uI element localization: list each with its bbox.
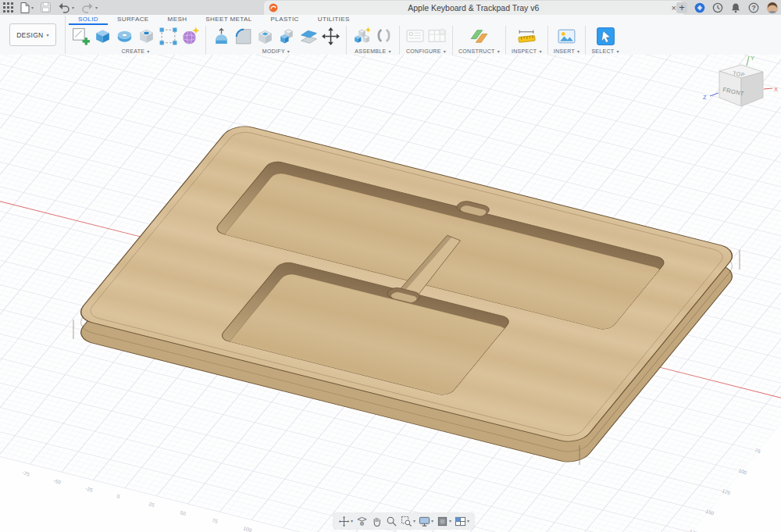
create-menu[interactable]: CREATE▾ — [122, 48, 150, 54]
svg-text:0: 0 — [116, 493, 121, 499]
tab-surface[interactable]: SURFACE — [108, 15, 159, 25]
shell-icon[interactable] — [255, 27, 275, 46]
look-at-icon — [356, 516, 368, 527]
divider — [452, 26, 453, 55]
press-pull-icon[interactable] — [212, 27, 231, 46]
inspect-menu[interactable]: INSPECT▾ — [512, 48, 542, 54]
tab-mesh[interactable]: MESH — [159, 15, 197, 25]
viewports-icon — [455, 516, 466, 527]
navigation-bar: ▾ ▾ — [333, 513, 474, 529]
svg-text:-75: -75 — [22, 470, 30, 477]
select-icon[interactable] — [596, 27, 615, 46]
group-create: CREATE▾ — [67, 25, 204, 54]
group-configure: CONFIGURE▾ — [401, 25, 451, 54]
insert-image-icon[interactable] — [557, 27, 576, 46]
pan-tool[interactable] — [370, 516, 383, 527]
group-construct: CONSTRUCT▾ — [455, 25, 504, 54]
pattern-icon[interactable] — [159, 27, 178, 46]
divider — [346, 26, 347, 55]
avatar[interactable] — [766, 2, 779, 14]
fit-icon — [401, 516, 412, 527]
ribbon: DESIGN▾ SOLID SURFACE MESH SHEET METAL P… — [0, 15, 781, 55]
z-axis-indicator — [710, 93, 719, 96]
svg-text:125: 125 — [722, 487, 732, 495]
modify-menu[interactable]: MODIFY▾ — [262, 48, 290, 54]
divider — [399, 26, 400, 55]
app-grid-icon[interactable] — [3, 2, 13, 12]
fit-tool[interactable]: ▾ — [400, 516, 416, 527]
tab-utilities[interactable]: UTILITIES — [308, 15, 359, 25]
look-at-tool[interactable] — [355, 516, 369, 527]
construct-menu[interactable]: CONSTRUCT▾ — [458, 48, 500, 54]
orbit-icon — [338, 516, 350, 527]
orbit-tool[interactable]: ▾ — [337, 516, 354, 527]
display-settings-tool[interactable]: ▾ — [418, 516, 434, 527]
combine-icon[interactable] — [277, 27, 297, 46]
select-menu[interactable]: SELECT▾ — [591, 48, 619, 54]
svg-text:75: 75 — [212, 517, 219, 524]
file-icon — [20, 2, 30, 13]
help-icon[interactable]: ? — [748, 2, 759, 13]
group-inspect: INSPECT▾ — [508, 25, 546, 54]
grid-snaps-tool[interactable]: ▾ — [436, 516, 452, 527]
notifications-icon[interactable] — [730, 2, 741, 13]
construct-plane-icon[interactable] — [469, 27, 489, 46]
measure-icon[interactable] — [517, 27, 537, 46]
fillet-icon[interactable] — [234, 27, 253, 46]
divider — [65, 16, 66, 54]
tab-plastic[interactable]: PLASTIC — [262, 15, 308, 25]
svg-text:75: 75 — [754, 447, 762, 454]
svg-text:50: 50 — [180, 509, 187, 516]
tab-solid[interactable]: SOLID — [69, 15, 108, 25]
document-tab[interactable]: Apple Keyboard & Trackpad Tray v6 × — [264, 1, 683, 15]
extensions-icon[interactable] — [694, 2, 705, 13]
fusion-document-icon — [269, 3, 278, 12]
offset-face-icon[interactable] — [299, 27, 319, 46]
extrude-icon[interactable] — [93, 27, 112, 46]
axis-z-label: Z — [703, 94, 707, 101]
redo-icon — [81, 2, 94, 13]
insert-menu[interactable]: INSERT▾ — [554, 48, 580, 54]
undo-button[interactable]: ▾ — [58, 2, 74, 13]
file-menu-button[interactable]: ▾ — [20, 2, 34, 13]
configuration-icon[interactable] — [405, 27, 425, 46]
save-icon — [41, 2, 51, 12]
tab-sheet-metal[interactable]: SHEET METAL — [196, 15, 261, 25]
configure-menu[interactable]: CONFIGURE▾ — [406, 48, 446, 54]
svg-text:-25: -25 — [85, 485, 94, 493]
config-table-icon[interactable] — [427, 27, 447, 46]
svg-text:150: 150 — [705, 508, 715, 516]
svg-text:?: ? — [751, 4, 755, 12]
sketch-icon[interactable] — [71, 27, 91, 46]
new-component-icon[interactable] — [352, 27, 372, 46]
new-tab-button[interactable]: + — [676, 2, 687, 13]
group-select: SELECT▾ — [587, 25, 622, 54]
joint-icon[interactable] — [374, 27, 394, 46]
grid-snaps-icon — [437, 516, 448, 527]
divider — [505, 26, 506, 55]
zoom-tool[interactable] — [385, 516, 398, 527]
move-icon[interactable] — [321, 27, 341, 46]
revolve-icon[interactable] — [115, 27, 134, 46]
redo-button[interactable]: ▾ — [81, 2, 98, 13]
divider — [547, 26, 548, 55]
assemble-menu[interactable]: ASSEMBLE▾ — [355, 48, 390, 54]
svg-text:-50: -50 — [53, 477, 62, 485]
pan-icon — [371, 516, 383, 527]
group-insert: INSERT▾ — [550, 25, 584, 54]
form-icon[interactable] — [180, 27, 200, 46]
undo-icon — [58, 2, 70, 13]
axis-x-label: X — [774, 86, 778, 93]
ribbon-tabs: SOLID SURFACE MESH SHEET METAL PLASTIC U… — [67, 15, 781, 25]
hole-icon[interactable] — [137, 27, 156, 46]
divider — [205, 26, 206, 55]
svg-text:100: 100 — [243, 525, 253, 532]
group-assemble: ASSEMBLE▾ — [348, 25, 398, 54]
group-modify: MODIFY▾ — [208, 25, 344, 54]
3d-viewport[interactable]: -75 -50 -25 0 25 50 75 100 75 100 125 15… — [0, 55, 781, 532]
save-button[interactable] — [41, 2, 51, 12]
viewports-tool[interactable]: ▾ — [454, 516, 470, 527]
svg-text:25: 25 — [148, 501, 155, 508]
job-status-icon[interactable] — [712, 2, 723, 13]
design-menu-button[interactable]: DESIGN▾ — [9, 23, 56, 46]
